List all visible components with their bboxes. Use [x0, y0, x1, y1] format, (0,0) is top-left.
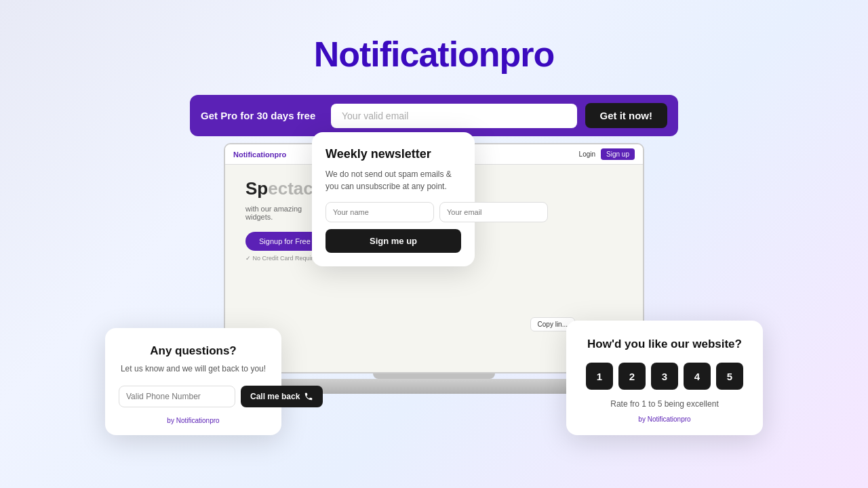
rating-title: How'd you like our website? [581, 337, 748, 352]
newsletter-email-input[interactable] [439, 202, 548, 222]
rating-by: by [638, 415, 646, 423]
email-bar-label: Get Pro for 30 days free [201, 110, 323, 121]
questions-inputs: Call me back [119, 386, 268, 407]
rating-by-line: by Notificationpro [581, 415, 748, 423]
newsletter-fields [326, 202, 461, 222]
logo-area: Notificationpro [314, 34, 555, 75]
get-it-button[interactable]: Get it now! [585, 103, 668, 128]
newsletter-title: Weekly newsletter [326, 147, 461, 161]
rating-buttons: 1 2 3 4 5 [581, 363, 748, 390]
phone-input[interactable] [119, 386, 235, 407]
callme-button[interactable]: Call me back [241, 386, 323, 407]
rating-button-2[interactable]: 2 [618, 363, 646, 390]
signup-button-small[interactable]: Sign up [601, 148, 635, 160]
rating-button-3[interactable]: 3 [651, 363, 678, 390]
questions-title: Any questions? [119, 344, 268, 358]
newsletter-name-input[interactable] [326, 202, 434, 222]
browser-brand: Notificationpro [233, 150, 286, 159]
laptop-notch [373, 373, 495, 379]
rating-button-5[interactable]: 5 [716, 363, 743, 390]
questions-by: by [167, 417, 174, 424]
questions-popup: Any questions? Let us know and we will g… [105, 328, 281, 435]
questions-brand: Notificationpro [176, 417, 220, 424]
email-input[interactable] [331, 104, 577, 128]
rating-popup: How'd you like our website? 1 2 3 4 5 Ra… [566, 321, 763, 435]
login-button-small[interactable]: Login [579, 150, 595, 158]
questions-by-line: by Notificationpro [119, 417, 268, 424]
rating-brand: Notificationpro [648, 415, 691, 423]
rating-button-4[interactable]: 4 [684, 363, 711, 390]
newsletter-popup: Weekly newsletter We do not send out spa… [312, 132, 475, 266]
phone-icon [304, 392, 313, 401]
questions-description: Let us know and we will get back to you! [119, 363, 268, 375]
sign-me-up-button[interactable]: Sign me up [326, 229, 461, 253]
rating-button-1[interactable]: 1 [586, 363, 613, 390]
email-bar: Get Pro for 30 days free Get it now! [190, 95, 678, 136]
rating-description: Rate fro 1 to 5 being excellent [581, 399, 748, 409]
nav-right: Login Sign up [579, 148, 635, 160]
callme-button-label: Call me back [250, 392, 300, 401]
newsletter-description: We do not send out spam emails & you can… [326, 168, 461, 192]
logo: Notificationpro [314, 34, 555, 75]
